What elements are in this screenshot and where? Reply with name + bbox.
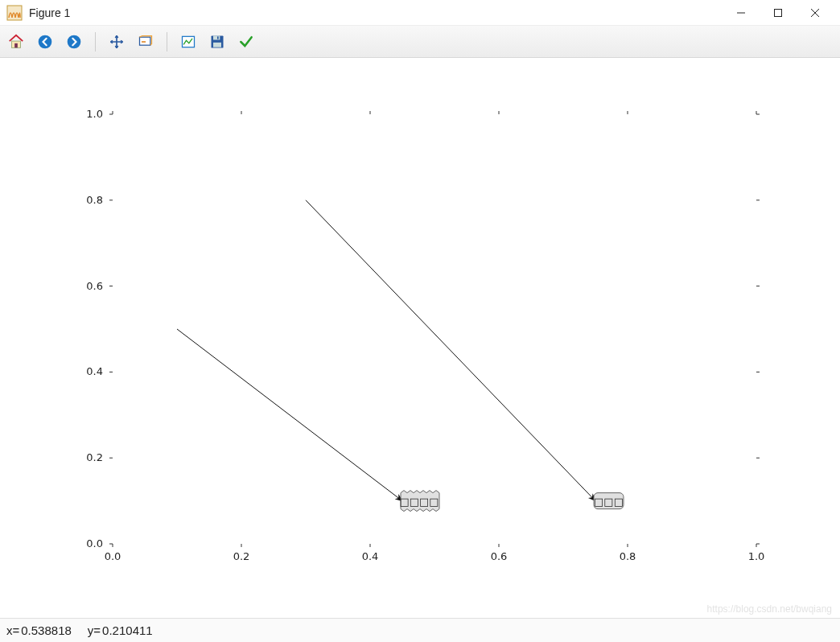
y-tick-label: 0.6 — [86, 280, 103, 292]
x-tick-label: 0.8 — [620, 550, 636, 562]
maximize-button[interactable] — [760, 0, 797, 26]
forward-button[interactable] — [64, 32, 84, 51]
save-button[interactable] — [208, 32, 227, 51]
svg-rect-13 — [217, 36, 219, 39]
x-tick-label: 1.0 — [748, 550, 765, 562]
app-icon — [6, 5, 23, 21]
svg-rect-6 — [14, 43, 18, 47]
annotation-text: □□□□ — [399, 496, 439, 508]
y-tick-label: 0.8 — [86, 194, 103, 206]
back-button[interactable] — [35, 32, 55, 51]
x-tick-label: 0.2 — [233, 550, 250, 562]
plot-canvas[interactable]: 0.00.20.40.60.81.00.00.20.40.60.81.0□□□□… — [0, 58, 840, 616]
titlebar: Figure 1 — [0, 0, 840, 26]
svg-rect-12 — [213, 35, 220, 39]
status-x-label: x= — [6, 623, 19, 637]
window-title: Figure 1 — [29, 6, 70, 19]
status-x-value: 0.538818 — [21, 623, 72, 637]
status-y-value: 0.210411 — [102, 623, 153, 637]
annotation-arrow — [177, 329, 402, 501]
annotation-arrow — [306, 200, 595, 501]
svg-rect-2 — [775, 9, 782, 16]
y-tick-label: 0.4 — [86, 365, 103, 377]
toolbar-separator — [167, 32, 167, 51]
minimize-button[interactable] — [723, 0, 760, 26]
statusbar: x=0.538818 y=0.210411 — [0, 618, 840, 642]
y-tick-label: 0.0 — [86, 537, 103, 549]
close-button[interactable] — [797, 0, 834, 26]
y-tick-label: 1.0 — [86, 108, 103, 120]
svg-point-8 — [68, 35, 81, 48]
svg-rect-14 — [213, 42, 221, 47]
home-button[interactable] — [6, 32, 26, 51]
plot-area[interactable]: 0.00.20.40.60.81.00.00.20.40.60.81.0□□□□… — [0, 58, 840, 616]
y-tick-label: 0.2 — [86, 451, 103, 463]
x-tick-label: 0.0 — [105, 550, 121, 562]
x-tick-label: 0.6 — [491, 550, 508, 562]
pan-button[interactable] — [107, 32, 126, 51]
svg-point-7 — [39, 35, 52, 48]
status-y-label: y= — [88, 623, 101, 637]
ok-button[interactable] — [237, 32, 256, 51]
annotation-text: □□□ — [594, 496, 624, 508]
x-tick-label: 0.4 — [362, 550, 379, 562]
toolbar — [0, 26, 840, 58]
zoom-button[interactable] — [136, 32, 155, 51]
toolbar-separator — [95, 32, 96, 51]
subplots-button[interactable] — [179, 32, 198, 51]
